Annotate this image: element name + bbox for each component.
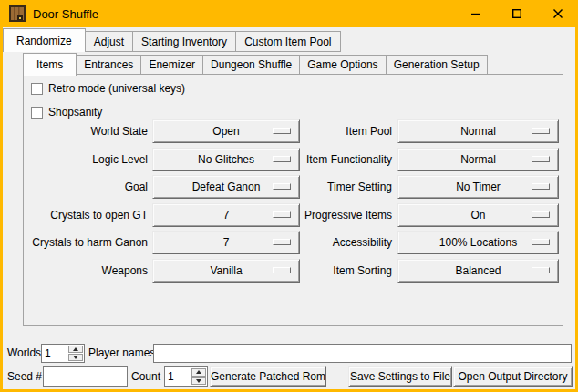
tab-generation-setup[interactable]: Generation Setup	[386, 55, 488, 75]
item-pool-dropdown[interactable]: Normal	[397, 119, 559, 143]
save-settings-button[interactable]: Save Settings to File	[348, 366, 452, 387]
worlds-row: Worlds Player names	[3, 344, 575, 363]
menu-indicator-icon	[532, 239, 550, 245]
item-sorting-label: Item Sorting	[248, 264, 392, 277]
door-icon	[8, 5, 26, 23]
shopsanity-row: Shopsanity	[31, 105, 102, 119]
maximize-icon	[511, 8, 522, 19]
menu-indicator-icon	[532, 211, 550, 218]
tab-items[interactable]: Items	[23, 53, 77, 76]
player-names-label: Player names	[88, 344, 155, 363]
accessibility-label: Accessibility	[248, 236, 392, 249]
menu-indicator-icon	[532, 156, 550, 162]
items-tab-panel: Retro mode (universal keys) Shopsanity W…	[23, 74, 563, 326]
player-names-input[interactable]	[153, 344, 572, 363]
secondary-tab-bar: Items Entrances Enemizer Dungeon Shuffle…	[23, 52, 487, 75]
logic-level-value: No Glitches	[198, 153, 254, 166]
item-sorting-value: Balanced	[455, 264, 501, 277]
count-input[interactable]	[165, 367, 191, 386]
titlebar: Door Shuffle	[0, 0, 578, 27]
door-shuffle-window: Door Shuffle Randomize Adjust Starting I…	[0, 0, 578, 392]
progressive-items-row: Progressive Items On	[248, 203, 559, 227]
weapons-value: Vanilla	[210, 264, 242, 277]
timer-setting-dropdown[interactable]: No Timer	[397, 175, 559, 199]
seed-label: Seed #	[7, 366, 42, 387]
retro-mode-row: Retro mode (universal keys)	[31, 81, 185, 96]
count-spinbox[interactable]	[164, 366, 208, 387]
item-sorting-row: Item Sorting Balanced	[248, 259, 559, 283]
open-output-button[interactable]: Open Output Directory	[453, 366, 573, 387]
client-area: Randomize Adjust Starting Inventory Cust…	[3, 27, 575, 389]
item-pool-label: Item Pool	[248, 125, 392, 138]
menu-indicator-icon	[532, 267, 550, 273]
world-state-label: World State	[25, 125, 148, 138]
tab-entrances[interactable]: Entrances	[76, 55, 141, 75]
tab-game-options[interactable]: Game Options	[299, 55, 386, 75]
accessibility-dropdown[interactable]: 100% Locations	[397, 231, 559, 254]
generate-rom-button[interactable]: Generate Patched Rom	[210, 366, 326, 387]
item-sorting-dropdown[interactable]: Balanced	[397, 259, 559, 283]
shopsanity-label: Shopsanity	[48, 106, 102, 119]
count-spin-buttons	[191, 367, 207, 386]
tab-adjust[interactable]: Adjust	[85, 31, 133, 52]
item-functionality-dropdown[interactable]: Normal	[397, 148, 559, 171]
weapons-label: Weapons	[25, 264, 148, 277]
minimize-icon	[470, 8, 481, 19]
world-state-value: Open	[212, 125, 239, 138]
seed-row: Seed # Count Generate Patched Rom Save S…	[3, 366, 575, 387]
timer-setting-value: No Timer	[456, 181, 501, 193]
up-arrow-icon	[196, 370, 201, 374]
worlds-spin-down[interactable]	[68, 354, 83, 361]
timer-setting-row: Timer Setting No Timer	[248, 175, 559, 199]
primary-tab-bar: Randomize Adjust Starting Inventory Cust…	[3, 28, 340, 52]
tab-starting-inventory[interactable]: Starting Inventory	[132, 31, 236, 52]
menu-indicator-icon	[532, 128, 550, 134]
shopsanity-checkbox[interactable]	[31, 107, 43, 119]
worlds-spin-buttons	[67, 345, 84, 362]
accessibility-row: Accessibility 100% Locations	[248, 231, 559, 254]
menu-indicator-icon	[532, 183, 550, 190]
maximize-button[interactable]	[496, 0, 537, 27]
up-arrow-icon	[73, 347, 78, 351]
tab-dungeon-shuffle[interactable]: Dungeon Shuffle	[202, 55, 300, 75]
worlds-label: Worlds	[7, 344, 41, 363]
count-label: Count	[131, 366, 160, 387]
retro-mode-checkbox[interactable]	[31, 83, 43, 95]
logic-level-label: Logic Level	[25, 153, 148, 166]
down-arrow-icon	[196, 379, 201, 383]
minimize-button[interactable]	[455, 0, 496, 27]
crystals-gt-value: 7	[223, 209, 230, 222]
item-pool-row: Item Pool Normal	[248, 119, 559, 143]
down-arrow-icon	[73, 356, 78, 359]
timer-setting-label: Timer Setting	[248, 181, 392, 193]
window-controls	[455, 0, 578, 27]
item-functionality-row: Item Functionality Normal	[248, 148, 559, 171]
crystals-ganon-value: 7	[223, 236, 230, 249]
tab-custom-item-pool[interactable]: Custom Item Pool	[235, 31, 340, 52]
goal-label: Goal	[25, 181, 148, 193]
seed-input[interactable]	[43, 366, 128, 387]
progressive-items-value: On	[470, 209, 485, 222]
worlds-spin-up[interactable]	[68, 346, 83, 353]
progressive-items-label: Progressive Items	[248, 209, 392, 222]
accessibility-value: 100% Locations	[439, 236, 517, 249]
item-functionality-label: Item Functionality	[248, 153, 392, 166]
item-functionality-value: Normal	[460, 153, 496, 166]
count-spin-down[interactable]	[191, 377, 206, 386]
close-button[interactable]	[537, 0, 578, 27]
item-pool-value: Normal	[460, 125, 496, 138]
tab-randomize[interactable]: Randomize	[3, 28, 86, 52]
crystals-gt-label: Crystals to open GT	[25, 209, 148, 222]
worlds-input[interactable]	[42, 345, 67, 362]
count-spin-up[interactable]	[191, 368, 206, 377]
retro-mode-label: Retro mode (universal keys)	[48, 82, 185, 95]
window-title: Door Shuffle	[33, 7, 98, 21]
close-icon	[552, 8, 563, 19]
worlds-spinbox[interactable]	[41, 344, 85, 363]
tab-enemizer[interactable]: Enemizer	[140, 55, 203, 75]
crystals-ganon-label: Crystals to harm Ganon	[25, 236, 148, 249]
progressive-items-dropdown[interactable]: On	[397, 203, 559, 227]
